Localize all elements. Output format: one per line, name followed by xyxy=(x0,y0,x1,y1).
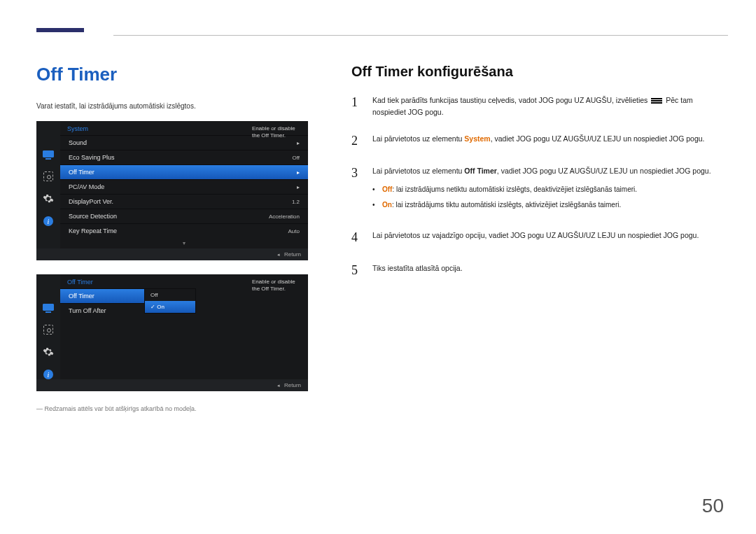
osd-main-panel: System Enable or disable the Off Timer. … xyxy=(60,121,308,248)
osd-main-panel: Off Timer Enable or disable the Off Time… xyxy=(60,274,308,379)
return-label: Return xyxy=(284,251,301,258)
osd-system-menu: i System Enable or disable the Off Timer… xyxy=(36,121,308,260)
section-heading: Off Timer konfigurēšana xyxy=(351,64,728,80)
steps-list: 1 Kad tiek parādīts funkcijas taustiņu c… xyxy=(351,92,728,281)
osd-description: Enable or disable the Off Timer. xyxy=(246,121,308,144)
target-icon xyxy=(42,171,55,181)
step-number: 3 xyxy=(351,163,361,215)
step-text: Kad tiek parādīts funkcijas taustiņu ceļ… xyxy=(372,92,728,118)
osd-list: Sound▸ Eco Saving PlusOff Off Timer▸ PC/… xyxy=(60,135,308,238)
osd-submenu: Off On xyxy=(144,288,196,314)
step-text: Lai pārvietotos uz vajadzīgo opciju, vad… xyxy=(372,227,728,248)
osd-icon-sidebar: i xyxy=(36,121,60,248)
triangle-left-icon: ◂ xyxy=(277,383,280,388)
content-columns: Off Timer Varat iestatīt, lai izstrādāju… xyxy=(36,64,728,412)
chevron-down-icon: ▾ xyxy=(60,238,308,248)
chevron-right-icon: ▸ xyxy=(297,169,300,176)
step-number: 4 xyxy=(351,227,361,248)
osd-description: Enable or disable the Off Timer. xyxy=(246,274,308,297)
osd-desc-line1: Enable or disable xyxy=(252,125,295,132)
image-footnote: ― Redzamais attēls var būt atšķirīgs atk… xyxy=(36,405,316,412)
chevron-right-icon: ▸ xyxy=(297,184,300,190)
gear-icon xyxy=(42,347,55,357)
page-title: Off Timer xyxy=(36,64,316,85)
step-sublist: Off: lai izstrādājums netiktu automātisk… xyxy=(372,184,728,211)
step-text: Lai pārvietotos uz elementu System, vadi… xyxy=(372,131,728,151)
left-column: Off Timer Varat iestatīt, lai izstrādāju… xyxy=(36,64,316,412)
osd-row-off-timer: Off Timer▸ xyxy=(60,164,308,179)
osd-row-eco: Eco Saving PlusOff xyxy=(60,150,308,164)
submenu-item-on: On xyxy=(145,301,195,313)
osd-row-pcav: PC/AV Mode▸ xyxy=(60,179,308,194)
gear-icon xyxy=(42,194,55,204)
osd-return-bar: ◂Return xyxy=(36,379,308,391)
page-number: 50 xyxy=(702,495,724,517)
step-text: Tiks iestatīta atlasītā opcija. xyxy=(372,260,728,281)
step-1: 1 Kad tiek parādīts funkcijas taustiņu c… xyxy=(351,92,728,118)
right-column: Off Timer konfigurēšana 1 Kad tiek parād… xyxy=(351,64,728,412)
step-text: Lai pārvietotos uz elementu Off Timer, v… xyxy=(372,163,728,215)
sub-item-off: Off: lai izstrādājums netiktu automātisk… xyxy=(372,184,728,195)
step-number: 1 xyxy=(351,92,361,118)
osd-row-keyrepeat: Key Repeat TimeAuto xyxy=(60,223,308,238)
step-4: 4 Lai pārvietotos uz vajadzīgo opciju, v… xyxy=(351,227,728,248)
header-rule xyxy=(113,35,728,36)
manual-page: Off Timer Varat iestatīt, lai izstrādāju… xyxy=(0,0,756,534)
osd-return-bar: ◂Return xyxy=(36,248,308,260)
step-3: 3 Lai pārvietotos uz elementu Off Timer,… xyxy=(351,163,728,215)
step-2: 2 Lai pārvietotos uz elementu System, va… xyxy=(351,131,728,151)
sub-item-on: On: lai izstrādājums tiktu automātiski i… xyxy=(372,199,728,211)
osd-offtimer-menu: i Off Timer Enable or disable the Off Ti… xyxy=(36,274,308,391)
osd-desc-line2: the Off Timer. xyxy=(252,132,286,139)
return-label: Return xyxy=(284,382,301,388)
osd-desc-line2: the Off Timer. xyxy=(252,286,286,292)
info-icon: i xyxy=(42,370,55,379)
menu-icon xyxy=(651,97,662,104)
display-icon xyxy=(42,149,55,159)
accent-bar xyxy=(36,28,84,32)
info-icon: i xyxy=(42,216,55,226)
step-number: 2 xyxy=(351,131,361,151)
osd-icon-sidebar: i xyxy=(36,274,60,379)
osd-desc-line1: Enable or disable xyxy=(252,279,295,285)
step-number: 5 xyxy=(351,260,361,281)
display-icon xyxy=(42,302,55,312)
triangle-left-icon: ◂ xyxy=(277,252,280,257)
target-icon xyxy=(42,325,55,335)
submenu-item-off: Off xyxy=(145,289,195,301)
osd-row-source: Source DetectionAcceleration xyxy=(60,209,308,223)
step-5: 5 Tiks iestatīta atlasītā opcija. xyxy=(351,260,728,281)
intro-text: Varat iestatīt, lai izstrādājums automāt… xyxy=(36,102,316,110)
osd-row-dp: DisplayPort Ver.1.2 xyxy=(60,194,308,209)
